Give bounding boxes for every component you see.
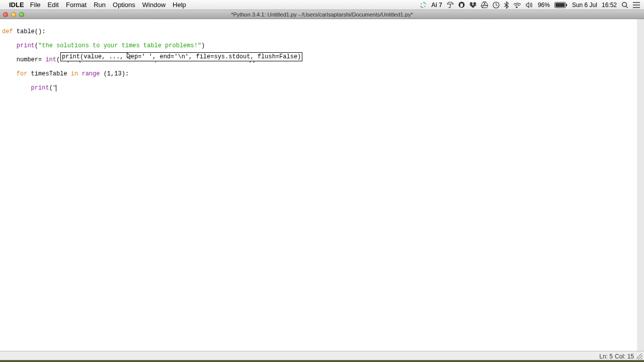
menu-file[interactable]: File	[30, 1, 41, 9]
menubar-date[interactable]: Sun 6 Jul	[572, 2, 597, 9]
dock-edge	[0, 360, 644, 362]
svg-rect-4	[566, 4, 567, 6]
dropbox-icon[interactable]	[469, 2, 476, 8]
umbrella-icon[interactable]	[447, 2, 454, 9]
menu-format[interactable]: Format	[66, 1, 87, 9]
google-drive-icon[interactable]	[481, 2, 488, 8]
battery-icon[interactable]	[554, 2, 568, 8]
volume-icon[interactable]	[526, 2, 533, 8]
status-column: Col: 15	[615, 353, 634, 360]
window-title: *Python 3.4.1: Untitled1.py - /Users/car…	[0, 12, 644, 18]
resize-grip[interactable]	[636, 353, 642, 359]
code-line-1[interactable]: def table():	[2, 28, 636, 35]
svg-rect-3	[555, 3, 565, 7]
menubar-status-area: Ai 7 96% Sun 6 Jul 16:52	[420, 2, 640, 9]
menu-help[interactable]: Help	[173, 1, 186, 9]
bluetooth-icon[interactable]	[504, 2, 509, 9]
code-editor[interactable]: def table(): print("the solutions to you…	[0, 19, 644, 351]
code-line-4[interactable]: for timesTable in range (1,13):	[2, 70, 636, 77]
menubar-time[interactable]: 16:52	[602, 2, 617, 9]
adobe-illustrator-status[interactable]: Ai 7	[431, 2, 442, 9]
menu-window[interactable]: Window	[142, 1, 166, 9]
menu-options[interactable]: Options	[113, 1, 135, 9]
calltip-tooltip: print(value, ..., sep=' ', end='\n', fil…	[60, 52, 302, 61]
notification-center-icon[interactable]	[633, 2, 640, 8]
window-titlebar[interactable]: *Python 3.4.1: Untitled1.py - /Users/car…	[0, 10, 644, 19]
macos-menubar: IDLE File Edit Format Run Options Window…	[0, 0, 644, 10]
menu-edit[interactable]: Edit	[48, 1, 59, 9]
battery-percent: 96%	[538, 2, 550, 9]
code-line-5[interactable]: print("	[2, 84, 636, 92]
spotlight-icon[interactable]	[621, 2, 628, 9]
text-cursor	[56, 85, 56, 92]
svg-point-5	[622, 2, 626, 6]
code-line-2[interactable]: print("the solutions to your times table…	[2, 42, 636, 49]
status-line: Ln: 5	[599, 353, 613, 360]
menu-run[interactable]: Run	[94, 1, 106, 9]
time-machine-icon[interactable]	[493, 2, 500, 9]
sync-icon[interactable]	[420, 2, 427, 9]
app-menu[interactable]: IDLE	[9, 1, 24, 9]
editor-statusbar: Ln: 5 Col: 15	[0, 351, 644, 361]
wifi-icon[interactable]	[513, 2, 521, 8]
evernote-icon[interactable]	[458, 2, 465, 8]
